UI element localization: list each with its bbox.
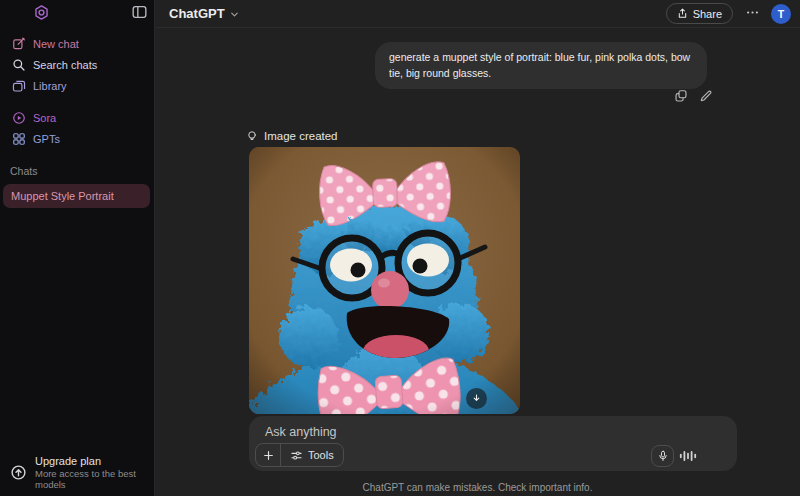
upgrade-title: Upgrade plan bbox=[35, 455, 150, 468]
user-message-bubble: generate a muppet style of portrait: blu… bbox=[375, 42, 707, 89]
image-created-icon bbox=[246, 130, 258, 142]
voice-mode-button[interactable] bbox=[679, 448, 697, 464]
generated-image[interactable] bbox=[249, 147, 520, 414]
sidebar: New chat Search chats Li bbox=[0, 0, 155, 496]
composer: Tools bbox=[249, 416, 737, 471]
upgrade-icon bbox=[10, 464, 27, 481]
share-button[interactable]: Share bbox=[666, 3, 733, 24]
download-image-button[interactable] bbox=[466, 388, 487, 409]
plus-icon bbox=[262, 449, 275, 462]
sidebar-item-gpts[interactable]: GPTs bbox=[0, 128, 154, 149]
upgrade-subtitle: More access to the best models bbox=[35, 468, 150, 490]
upgrade-text: Upgrade plan More access to the best mod… bbox=[35, 455, 150, 490]
sidebar-chat-item[interactable]: Muppet Style Portrait bbox=[3, 184, 150, 208]
sidebar-item-search-chats[interactable]: Search chats bbox=[0, 54, 154, 75]
sidebar-item-label: Sora bbox=[33, 112, 56, 124]
more-options-button[interactable] bbox=[742, 4, 762, 24]
dictate-button[interactable] bbox=[651, 445, 674, 467]
tools-button[interactable]: Tools bbox=[280, 444, 343, 466]
search-icon bbox=[12, 58, 26, 72]
image-created-status: Image created bbox=[246, 130, 338, 142]
sidebar-item-sora[interactable]: Sora bbox=[0, 107, 154, 128]
sidebar-item-label: New chat bbox=[33, 38, 79, 50]
chatgpt-app: New chat Search chats Li bbox=[0, 0, 800, 496]
library-icon bbox=[12, 79, 26, 93]
edit-message-button[interactable] bbox=[699, 89, 713, 103]
sidebar-item-label: Search chats bbox=[33, 59, 97, 71]
sidebar-item-new-chat[interactable]: New chat bbox=[0, 33, 154, 54]
attach-button[interactable] bbox=[256, 444, 280, 466]
sidebar-toggle-button[interactable] bbox=[130, 4, 148, 21]
upgrade-plan-button[interactable]: Upgrade plan More access to the best mod… bbox=[10, 455, 150, 490]
account-avatar[interactable]: T bbox=[771, 4, 791, 24]
openai-logo-icon bbox=[33, 4, 50, 21]
sidebar-item-label: Library bbox=[33, 80, 67, 92]
sidebar-item-label: GPTs bbox=[33, 133, 60, 145]
message-actions bbox=[674, 89, 713, 103]
message-input[interactable] bbox=[265, 423, 595, 441]
share-label: Share bbox=[693, 8, 722, 20]
tools-label: Tools bbox=[308, 449, 334, 461]
copy-message-button[interactable] bbox=[674, 89, 688, 103]
gpts-grid-icon bbox=[12, 132, 26, 146]
disclaimer-text: ChatGPT can make mistakes. Check importa… bbox=[155, 482, 800, 493]
model-name: ChatGPT bbox=[169, 6, 225, 21]
sidebar-nav-secondary: Sora GPTs bbox=[0, 107, 154, 149]
chats-section-label: Chats bbox=[10, 165, 37, 177]
main-area: ChatGPT Share T ge bbox=[155, 0, 800, 496]
new-chat-icon bbox=[12, 37, 26, 51]
chat-item-title: Muppet Style Portrait bbox=[11, 190, 114, 202]
topbar: ChatGPT Share T bbox=[155, 0, 800, 28]
sliders-icon bbox=[290, 449, 303, 462]
sora-icon bbox=[12, 111, 26, 125]
image-created-label: Image created bbox=[264, 130, 338, 142]
chevron-down-icon bbox=[229, 8, 240, 19]
sidebar-nav-primary: New chat Search chats Li bbox=[0, 33, 154, 96]
share-icon bbox=[677, 8, 688, 19]
sidebar-item-library[interactable]: Library bbox=[0, 75, 154, 96]
model-switcher-button[interactable]: ChatGPT bbox=[165, 4, 244, 23]
composer-left-buttons: Tools bbox=[255, 443, 344, 467]
